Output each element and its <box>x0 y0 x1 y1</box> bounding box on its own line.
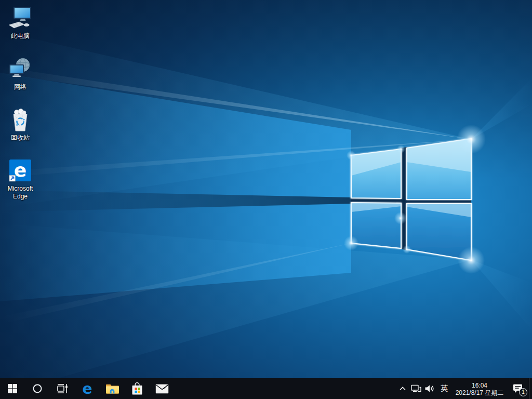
file-explorer-icon <box>105 383 119 394</box>
system-tray: 英 16:04 2021/8/17 星期二 1 <box>396 378 532 399</box>
task-view-icon <box>57 383 68 394</box>
desktop-icon-label: 网络 <box>1 83 40 91</box>
taskbar-mail-button[interactable] <box>150 378 175 399</box>
svg-text:e: e <box>14 159 26 181</box>
microsoft-store-icon <box>131 382 143 396</box>
network-icon <box>1 55 40 82</box>
edge-icon: e <box>80 381 95 396</box>
cortana-circle-icon <box>32 383 43 394</box>
chevron-up-icon <box>399 386 406 391</box>
desktop-icon-network[interactable]: 网络 <box>1 55 40 91</box>
recycle-bin-icon <box>1 106 40 133</box>
network-tray-button[interactable] <box>409 378 423 399</box>
mail-icon <box>155 384 169 394</box>
desktop-icon-microsoft-edge[interactable]: e Microsoft Edge <box>1 157 40 201</box>
clock-date: 2021/8/17 星期二 <box>456 389 504 396</box>
microsoft-edge-icon: e <box>1 157 40 184</box>
svg-text:e: e <box>83 381 92 396</box>
logo-gap-vertical <box>401 147 407 250</box>
taskbar-store-button[interactable] <box>125 378 150 399</box>
desktop-icon-label: Microsoft Edge <box>1 185 40 201</box>
this-pc-icon <box>1 4 40 31</box>
desktop-icon-label: 回收站 <box>1 134 40 142</box>
taskbar-file-explorer-button[interactable] <box>100 378 125 399</box>
desktop-wallpaper: 此电脑 网络 <box>0 0 532 399</box>
tray-expand-button[interactable] <box>396 378 409 399</box>
taskbar: e <box>0 378 532 399</box>
cortana-search-button[interactable] <box>25 378 50 399</box>
light-beam <box>471 260 532 330</box>
desktop-icon-this-pc[interactable]: 此电脑 <box>1 4 40 40</box>
notification-badge: 1 <box>519 388 527 396</box>
ethernet-network-icon <box>410 384 422 393</box>
start-icon <box>8 384 17 393</box>
action-center-button[interactable]: 1 <box>507 378 529 399</box>
start-button[interactable] <box>0 378 25 399</box>
clock-time: 16:04 <box>472 382 487 389</box>
taskbar-edge-button[interactable]: e <box>75 378 100 399</box>
ime-indicator[interactable]: 英 <box>436 378 452 399</box>
logo-gap-horizontal <box>407 200 471 204</box>
desktop-icon-recycle-bin[interactable]: 回收站 <box>1 106 40 142</box>
speaker-icon <box>424 384 435 393</box>
desktop-icon-label: 此电脑 <box>1 32 40 40</box>
task-view-button[interactable] <box>50 378 75 399</box>
clock[interactable]: 16:04 2021/8/17 星期二 <box>452 378 507 399</box>
windows-hero-logo <box>0 0 532 399</box>
show-desktop-button[interactable] <box>529 378 532 399</box>
volume-tray-button[interactable] <box>423 378 436 399</box>
taskbar-left: e <box>0 378 175 399</box>
